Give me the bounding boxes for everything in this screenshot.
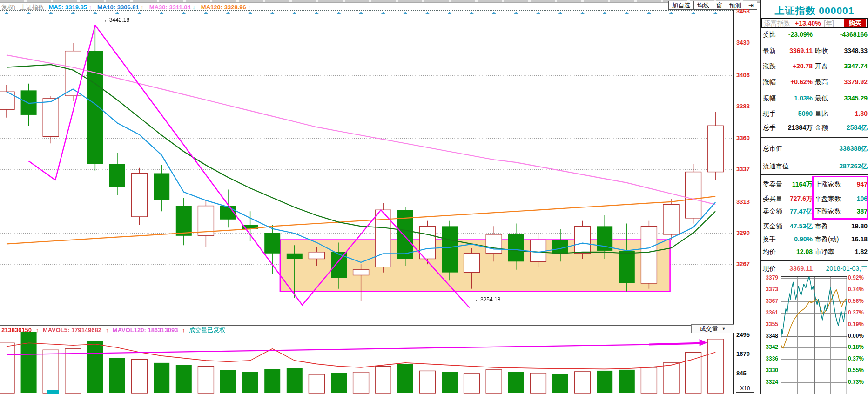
bottom-bar-fragment [47,390,59,394]
field-label: 涨跌 [763,62,776,71]
mini-axis-label: 0.37% [848,355,864,362]
field-label: 振幅 [763,94,776,103]
dropdown-label: 成交量 [700,325,718,333]
field-value: 727.6万 [790,195,813,203]
mini-axis-label: 3348 [766,333,778,339]
mavol120-value: MAVOL120: 186313093 [113,327,178,334]
mini-chart-price-axis: 3379337333673361335533483342333633303324 [759,276,779,394]
mini-axis-label: 0.37% [848,309,864,316]
advancers-highlight-box [812,176,868,220]
peak-price-annotation: ←3442.18 [104,17,129,23]
field-label: 现手 [763,110,776,118]
y-axis-label: 3313 [736,198,750,205]
date-label: 2018-01-03,三 [826,265,868,273]
mini-axis-label: 0.19% [848,321,864,327]
chevron-down-icon: ▼ [722,327,726,331]
y-axis-label: 3337 [736,166,750,173]
field-label: 总手 [763,124,776,132]
mini-chart-pct-axis: 0.92%0.74%0.56%0.37%0.19%0.00%0.18%0.37%… [848,276,868,394]
fund-promo-row: 添富指数 +13.40% [年] 购买 [761,18,868,28]
field-label: 涨幅 [763,78,776,87]
y-axis-label: 2495 [736,331,750,338]
field-value: 338388亿 [839,145,868,153]
low-price-annotation: ←3254.18 [475,296,500,303]
field-label: 昨收 [815,47,828,55]
mini-axis-label: 3355 [766,321,778,327]
current-volume: 213836150 [1,327,32,334]
toolbar-button[interactable]: 加自选 [668,1,694,10]
down-arrow-icon: ↓ [192,4,195,11]
field-label: 流通市值 [763,162,789,171]
quote-row-weibi: 委比 -23.09% -4368166 [761,31,868,40]
instrument-title: 上证指数 000001 [761,4,868,17]
field-value: 3369.11 [789,47,813,54]
mini-axis-label: 0.18% [848,344,864,350]
field-label: 均价 [763,248,776,256]
toolbar-button[interactable]: 均线 [694,1,713,10]
volume-indicator-dropdown[interactable]: 成交量 ▼ [691,324,734,333]
field-value: 47.53亿 [790,222,813,231]
quote-row-amplitude: 振幅 1.03% 最低 3345.29 [761,94,868,104]
field-label: 金额 [815,124,828,132]
quote-row-mktcap: 总市值 338388亿 [761,145,868,154]
y-axis-label: 3360 [736,134,750,141]
field-value: +0.62% [790,78,813,86]
y-axis-label: 3406 [736,72,750,79]
index-name-label: 上证指数 [20,4,44,11]
mini-axis-label: 3336 [766,355,778,362]
ma-values: MA5: 3319.35 ↑MA10: 3306.81 ↑MA30: 3311.… [49,4,256,11]
field-label: 开盘 [815,62,828,71]
ma-value: MA120: 3328.96 ↑ [201,4,254,11]
field-value: -4368166 [840,31,868,38]
field-label: 量比 [815,110,828,118]
field-value: 1.82 [855,248,868,255]
field-label: 最高 [815,78,828,87]
field-label: 现价 [763,265,776,273]
field-label: 市盈(动) [815,235,839,244]
mini-axis-label: 0.74% [848,286,864,293]
field-value: 16.18 [851,235,868,243]
field-value: 1.30 [855,110,868,117]
field-label: 市盈 [815,222,828,231]
intraday-mini-chart[interactable] [781,276,847,394]
chart-header: 复权) 上证指数 MA5: 3319.35 ↑MA10: 3306.81 ↑MA… [1,3,259,10]
mini-axis-label: 0.73% [848,379,864,385]
mini-axis-label: 0.55% [848,367,864,374]
field-value: 3369.11 [789,265,813,272]
field-value: +20.78 [793,62,813,70]
field-value: 0.90% [794,235,813,243]
mini-axis-label: 0.92% [848,274,864,281]
quote-row-totvol: 总手 21384万 金额 2584亿 [761,124,868,133]
fund-change: +13.40% [795,20,821,27]
quote-row-curprice: 现价 3369.11 2018-01-03,三 [761,265,868,274]
main-kline-chart[interactable] [0,10,734,394]
y-axis-label: 3453 [736,8,750,15]
field-value: 1.03% [794,94,813,102]
buy-button[interactable]: 购买 [844,19,866,27]
field-label: 委卖量 [763,180,782,189]
mini-axis-label: 0.00% [848,333,864,339]
quote-row-turnover: 换手 0.90% 市盈(动) 16.18 [761,235,868,245]
field-value: 19.80 [851,222,868,230]
mini-axis-label: 3324 [766,379,778,385]
quote-row-buyamt: 买金额 47.53亿 市盈 19.80 [761,222,868,232]
y-axis-label: 1670 [736,350,750,357]
field-value: 1164万 [792,180,813,189]
field-value: 2584亿 [847,124,868,132]
y-axis-label: 3290 [736,229,750,236]
volume-multiplier-label: X10 [736,385,754,393]
up-arrow-icon: ↑ [182,327,185,334]
up-arrow-icon: ↑ [106,327,109,334]
mini-axis-label: 3379 [766,274,778,281]
mini-axis-label: 0.56% [848,298,864,304]
field-value: 3379.92 [844,78,868,86]
field-value: 21384万 [788,124,813,132]
toolbar-button[interactable]: 窗 [713,1,726,10]
field-value: 12.08 [796,248,813,255]
field-label: 最低 [815,94,828,103]
field-value: 3348.33 [844,47,868,54]
mini-axis-label: 3373 [766,286,778,293]
y-axis-label: 3267 [736,260,750,267]
volume-adjusted-note: 成交量已复权 [189,327,225,334]
field-label: 卖金额 [763,207,782,216]
